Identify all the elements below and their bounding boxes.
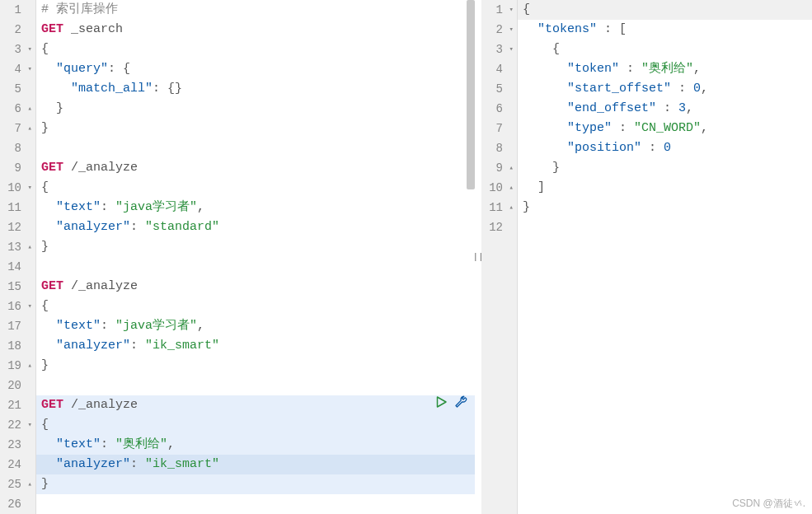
code-token: "analyzer" <box>56 457 130 471</box>
code-token: : <box>101 437 115 451</box>
line-actions <box>434 395 468 415</box>
code-token: "token" <box>567 62 619 76</box>
code-line[interactable]: # 索引库操作 <box>36 0 475 20</box>
fold-toggle-icon[interactable]: ▴ <box>24 474 32 494</box>
code-line[interactable]: "position" : 0 <box>518 138 812 158</box>
gutter-line: 6 <box>481 99 514 119</box>
code-token: : <box>101 319 115 333</box>
fold-toggle-icon[interactable]: ▾ <box>24 59 32 79</box>
code-line[interactable] <box>36 257 475 277</box>
code-line[interactable] <box>36 138 475 158</box>
line-number: 5 <box>15 79 21 99</box>
gutter-line: 11 <box>0 198 32 217</box>
fold-toggle-icon[interactable]: ▾ <box>505 20 514 40</box>
code-line[interactable]: } <box>36 474 475 494</box>
code-line[interactable]: "text": "奥利给", <box>36 435 475 455</box>
code-line[interactable]: } <box>36 356 475 376</box>
line-number: 25 <box>7 474 21 494</box>
fold-toggle-icon[interactable]: ▾ <box>24 40 32 59</box>
line-number: 10 <box>7 178 21 198</box>
line-number: 10 <box>489 178 503 198</box>
code-line[interactable]: "match_all": {} <box>36 79 475 99</box>
code-line[interactable]: "type" : "CN_WORD", <box>518 119 812 138</box>
gutter-line: 12 <box>0 217 32 237</box>
gutter-line: 24 <box>0 455 32 474</box>
code-line[interactable]: "end_offset" : 3, <box>518 99 812 119</box>
code-token: "start_offset" <box>567 82 671 96</box>
code-token: GET <box>41 279 63 293</box>
fold-toggle-icon[interactable]: ▴ <box>24 237 32 257</box>
code-line[interactable]: ] <box>518 178 812 198</box>
gutter-line: 5 <box>0 79 32 99</box>
code-token: "java学习者" <box>115 319 197 333</box>
line-number: 8 <box>15 138 21 158</box>
gutter-line: 9▴ <box>481 158 514 178</box>
line-number: 5 <box>496 79 503 99</box>
line-number: 3 <box>496 40 503 59</box>
fold-toggle-icon[interactable]: ▾ <box>24 297 32 316</box>
code-line[interactable]: "start_offset" : 0, <box>518 79 812 99</box>
code-token: { <box>41 180 49 194</box>
gutter-line: 10▾ <box>0 178 32 198</box>
code-line[interactable] <box>36 494 475 514</box>
fold-toggle-icon[interactable]: ▴ <box>24 99 32 119</box>
code-line[interactable]: } <box>518 158 812 178</box>
scrollbar-left[interactable] <box>467 0 475 514</box>
code-line[interactable]: "text": "java学习者", <box>36 316 475 336</box>
fold-toggle-icon[interactable]: ▴ <box>24 119 32 138</box>
code-line[interactable]: { <box>518 40 812 59</box>
code-line[interactable] <box>518 217 812 237</box>
run-icon[interactable] <box>434 395 448 417</box>
code-line[interactable]: "token" : "奥利给", <box>518 59 812 79</box>
code-line[interactable]: { <box>518 0 812 20</box>
panel-splitter[interactable]: || <box>475 0 481 514</box>
fold-toggle-icon[interactable]: ▴ <box>505 198 514 217</box>
code-line[interactable]: "text": "java学习者", <box>36 198 475 217</box>
code-line[interactable] <box>36 376 475 395</box>
code-line[interactable]: GET /_analyze <box>36 277 475 297</box>
code-line[interactable]: "query": { <box>36 59 475 79</box>
code-line[interactable]: } <box>36 99 475 119</box>
scrollbar-thumb[interactable] <box>467 0 475 189</box>
line-number: 19 <box>7 356 21 376</box>
line-number: 7 <box>496 119 503 138</box>
code-line[interactable]: GET _search <box>36 20 475 40</box>
code-line[interactable]: { <box>36 40 475 59</box>
gutter-line: 22▾ <box>0 415 32 435</box>
fold-toggle-icon[interactable]: ▾ <box>505 0 514 20</box>
response-code-area[interactable]: { "tokens" : [ { "token" : "奥利给", "start… <box>518 0 812 514</box>
code-line[interactable]: { <box>36 415 475 435</box>
code-token: { <box>41 299 49 313</box>
code-line[interactable]: "tokens" : [ <box>518 20 812 40</box>
gutter-line: 26 <box>0 494 32 514</box>
fold-toggle-icon[interactable]: ▾ <box>505 40 514 59</box>
code-line[interactable]: { <box>36 297 475 316</box>
code-token: GET <box>41 398 63 412</box>
code-token: : [ <box>597 22 627 36</box>
code-token: , <box>693 62 701 76</box>
code-token: } <box>41 358 49 372</box>
code-line[interactable]: } <box>36 119 475 138</box>
fold-toggle-icon[interactable]: ▾ <box>24 178 32 198</box>
fold-toggle-icon[interactable]: ▴ <box>505 158 514 178</box>
gutter-line: 8 <box>0 138 32 158</box>
fold-toggle-icon[interactable]: ▴ <box>24 356 32 376</box>
code-line[interactable]: { <box>36 178 475 198</box>
code-line[interactable]: "analyzer": "standard" <box>36 217 475 237</box>
code-token: "奥利给" <box>115 437 167 451</box>
code-line[interactable]: GET /_analyze <box>36 395 475 415</box>
code-token: "ik_smart" <box>145 457 219 471</box>
code-line[interactable]: GET /_analyze <box>36 158 475 178</box>
request-code-area[interactable]: # 索引库操作GET _search{ "query": { "match_al… <box>36 0 475 514</box>
code-line[interactable]: "analyzer": "ik_smart" <box>36 336 475 356</box>
line-number: 2 <box>496 20 503 40</box>
code-token <box>41 457 56 471</box>
code-line[interactable]: } <box>36 237 475 257</box>
code-token: "tokens" <box>537 22 597 36</box>
code-line[interactable]: "analyzer": "ik_smart" <box>36 455 475 474</box>
fold-toggle-icon[interactable]: ▴ <box>505 178 514 198</box>
fold-toggle-icon[interactable]: ▾ <box>24 415 32 435</box>
line-number: 22 <box>7 415 21 435</box>
gutter-line: 12 <box>481 217 514 237</box>
code-line[interactable]: } <box>518 198 812 217</box>
